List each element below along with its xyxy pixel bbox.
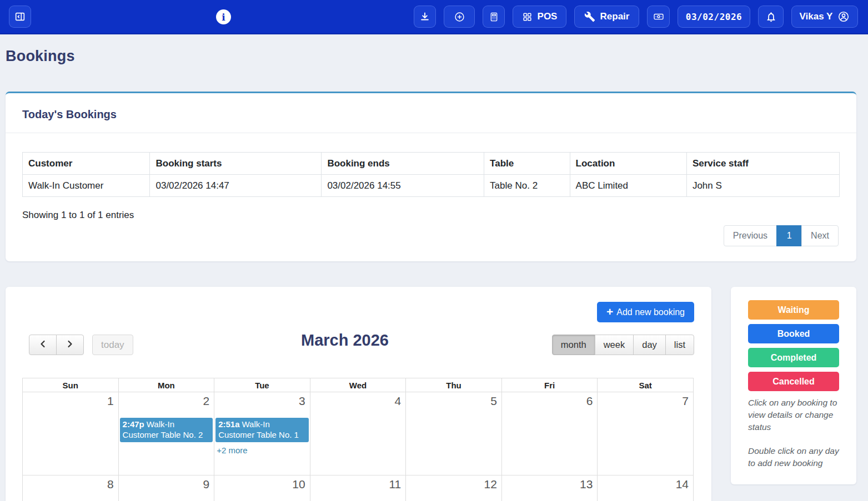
repair-label: Repair: [600, 11, 630, 22]
date-number: 9: [119, 475, 214, 492]
hint-click-booking: Click on any booking to view details or …: [748, 397, 839, 433]
col-booking-starts: Booking starts: [150, 153, 322, 175]
status-waiting-button[interactable]: Waiting: [748, 300, 839, 320]
day-cell-mar-11[interactable]: 11: [310, 475, 406, 501]
event-time: 2:47p: [123, 419, 144, 429]
day-cell-mar-1[interactable]: 1: [23, 392, 119, 475]
col-customer: Customer: [23, 153, 150, 175]
date-number: 5: [406, 392, 501, 408]
pagination-previous[interactable]: Previous: [724, 225, 777, 246]
weekday-sun: Sun: [23, 378, 119, 392]
cell-booking-starts: 03/02/2026 14:47: [150, 175, 322, 197]
cell-service-staff: John S: [686, 175, 839, 197]
day-cell-mar-4[interactable]: 4: [310, 392, 406, 475]
top-navbar: i: [0, 0, 868, 34]
info-icon[interactable]: i: [216, 9, 231, 24]
pagination: Previous 1 Next: [724, 225, 839, 246]
sidebar-toggle-icon: [14, 11, 26, 23]
bookings-table: Customer Booking starts Booking ends Tab…: [22, 152, 840, 197]
calendar-week-2: 8 9 10 11 12 13: [23, 475, 694, 501]
weekday-wed: Wed: [310, 378, 406, 392]
col-service-staff: Service staff: [686, 153, 839, 175]
col-table: Table: [484, 153, 570, 175]
download-button[interactable]: [414, 6, 436, 28]
weekday-sat: Sat: [598, 378, 694, 392]
day-cell-mar-8[interactable]: 8: [23, 475, 119, 501]
weekday-thu: Thu: [406, 378, 502, 392]
plus-icon: +: [606, 306, 613, 317]
date-button[interactable]: 03/02/2026: [678, 6, 750, 28]
col-location: Location: [570, 153, 686, 175]
notifications-button[interactable]: [758, 6, 784, 28]
date-number: 10: [214, 475, 310, 492]
page-title: Bookings: [6, 48, 75, 65]
user-icon: [837, 11, 850, 23]
day-cell-mar-6[interactable]: 6: [501, 392, 598, 475]
entries-summary: Showing 1 to 1 of 1 entries: [22, 210, 856, 221]
date-number: 6: [502, 392, 598, 408]
table-row: Walk-In Customer 03/02/2026 14:47 03/02/…: [23, 175, 840, 197]
day-cell-mar-2-today[interactable]: 2 2:47pWalk-In Customer Table No. 2: [118, 392, 214, 475]
bell-icon: [765, 11, 777, 23]
status-completed-button[interactable]: Completed: [748, 348, 839, 367]
weekday-mon: Mon: [118, 378, 214, 392]
view-list-button[interactable]: list: [665, 335, 694, 355]
day-cell-mar-3[interactable]: 3 2:51aWalk-In Customer Table No. 1 +2 m…: [214, 392, 310, 475]
day-cell-mar-9[interactable]: 9: [118, 475, 214, 501]
calendar-grid: Sun Mon Tue Wed Thu Fri Sat 1 2 2:47pWa: [22, 378, 694, 501]
weekday-header-row: Sun Mon Tue Wed Thu Fri Sat: [23, 378, 694, 392]
booking-event-mar-3[interactable]: 2:51aWalk-In Customer Table No. 1: [215, 418, 309, 442]
card-title: Today's Bookings: [22, 108, 840, 121]
day-cell-mar-13[interactable]: 13: [501, 475, 598, 501]
day-cell-mar-7[interactable]: 7: [598, 392, 694, 475]
day-cell-mar-12[interactable]: 12: [406, 475, 502, 501]
table-header-row: Customer Booking starts Booking ends Tab…: [23, 153, 840, 175]
booking-event-mar-2[interactable]: 2:47pWalk-In Customer Table No. 2: [120, 418, 213, 442]
pos-label: POS: [538, 11, 558, 22]
calculator-button[interactable]: [483, 6, 505, 28]
pos-button[interactable]: POS: [513, 6, 566, 28]
date-number: 7: [598, 392, 693, 408]
user-menu-button[interactable]: Vikas Y: [791, 6, 858, 28]
cell-booking-ends: 03/02/2026 14:55: [322, 175, 484, 197]
repair-button[interactable]: Repair: [574, 6, 639, 28]
cell-customer: Walk-In Customer: [23, 175, 150, 197]
calendar-title: March 2026: [29, 331, 661, 350]
add-circle-icon: [454, 11, 465, 23]
status-booked-button[interactable]: Booked: [748, 324, 839, 343]
sidebar-toggle-button[interactable]: [9, 6, 31, 28]
day-cell-mar-14[interactable]: 14: [598, 475, 694, 501]
download-icon: [419, 11, 430, 22]
navbar-actions: POS Repair 03/02/2026: [414, 6, 868, 28]
date-number: 4: [310, 392, 406, 408]
status-cancelled-button[interactable]: Cancelled: [748, 372, 839, 391]
bookings-table-wrap: Customer Booking starts Booking ends Tab…: [6, 133, 856, 197]
cash-drawer-icon: [653, 11, 664, 22]
cash-drawer-button[interactable]: [647, 6, 670, 28]
day-cell-mar-5[interactable]: 5: [406, 392, 502, 475]
cell-table: Table No. 2: [484, 175, 570, 197]
pagination-page-1[interactable]: 1: [776, 225, 802, 246]
more-events-link[interactable]: +2 more: [217, 446, 247, 455]
add-new-booking-button[interactable]: + Add new booking: [597, 302, 694, 322]
weekday-fri: Fri: [501, 378, 598, 392]
day-cell-mar-10[interactable]: 10: [214, 475, 310, 501]
legend-card: Waiting Booked Completed Cancelled Click…: [731, 287, 856, 484]
pagination-next[interactable]: Next: [801, 225, 839, 246]
event-time: 2:51a: [218, 419, 239, 429]
date-number: 14: [598, 475, 693, 492]
date-number: 1: [23, 392, 118, 408]
col-booking-ends: Booking ends: [322, 153, 484, 175]
add-circle-button[interactable]: [444, 6, 475, 28]
date-number: 2: [119, 392, 214, 408]
date-number: 11: [310, 475, 406, 492]
date-number: 8: [23, 475, 118, 492]
calendar-toolbar: today March 2026 month week day list: [29, 335, 694, 355]
date-number: 13: [502, 475, 598, 492]
user-name: Vikas Y: [800, 11, 833, 22]
calendar-card: + Add new booking today March 2026 month…: [6, 287, 711, 501]
card-header: Today's Bookings: [6, 93, 856, 133]
calendar-week-1: 1 2 2:47pWalk-In Customer Table No. 2 3 …: [23, 392, 694, 475]
pos-grid-icon: [522, 12, 533, 22]
todays-bookings-card: Today's Bookings Customer Booking starts…: [6, 92, 856, 261]
